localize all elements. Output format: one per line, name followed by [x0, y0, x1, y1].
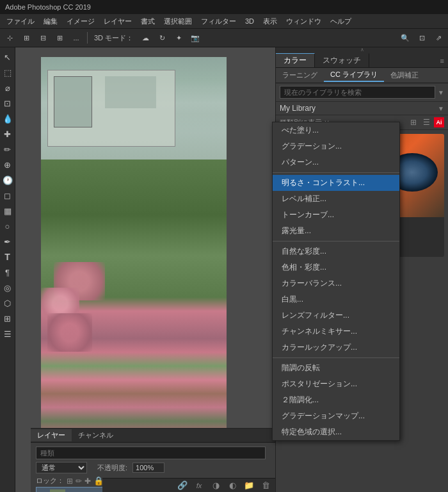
menu-image[interactable]: イメージ [63, 15, 99, 28]
toolbar-more-icon[interactable]: ... [69, 31, 83, 45]
list-view-icon[interactable]: ☰ [421, 117, 431, 127]
status-adjustment-icon[interactable]: ◐ [227, 480, 238, 491]
ctx-hue-saturation[interactable]: 色相・彩度... [273, 259, 399, 275]
toolbar-align-icon[interactable]: ⊞ [19, 31, 33, 45]
ctx-threshold[interactable]: ２階調化... [273, 392, 399, 408]
sub-tab-color-correction[interactable]: 色調補正 [384, 69, 425, 81]
tool-select[interactable]: ⬚ [1, 65, 15, 79]
tool-heal[interactable]: ✚ [1, 127, 15, 141]
search-row: 🔍 [36, 445, 275, 461]
toolbar-move-icon[interactable]: ⊹ [3, 31, 17, 45]
tool-eyedropper[interactable]: 💧 [1, 111, 15, 126]
menu-select[interactable]: 選択範囲 [160, 15, 196, 28]
menu-format[interactable]: 書式 [137, 15, 159, 28]
ctx-pattern[interactable]: パターン... [273, 154, 399, 170]
layer-thumbnail [50, 489, 65, 492]
grid-view-icon[interactable]: ⊞ [408, 117, 419, 127]
ctx-curves[interactable]: トーンカーブ... [273, 207, 399, 223]
toolbar-transform-icon[interactable]: ✦ [172, 31, 186, 45]
panel-more-button[interactable]: ≡ [436, 54, 448, 67]
lock-pos-icon[interactable]: ✏ [76, 477, 82, 486]
ctx-flat-color[interactable]: べた塗り... [273, 122, 399, 138]
sub-tab-cc-library[interactable]: CC ライブラリ [324, 69, 384, 82]
tool-shape[interactable]: ◎ [1, 281, 15, 295]
sub-tabs: ラーニング CC ライブラリ 色調補正 [276, 68, 448, 83]
tool-dodge[interactable]: ○ [1, 219, 15, 233]
menu-window[interactable]: ウィンドウ [282, 15, 325, 28]
opacity-input[interactable] [132, 463, 164, 473]
toolbar-share-icon[interactable]: ⇗ [431, 31, 445, 45]
image-container [41, 57, 227, 435]
toolbar-search-icon[interactable]: 🔍 [398, 31, 412, 45]
sub-tab-learning[interactable]: ラーニング [276, 69, 324, 81]
status-link-icon[interactable]: 🔗 [177, 480, 188, 491]
library-name-row: My Library ▼ [276, 102, 448, 115]
library-search-row: ▼ [276, 83, 448, 102]
app-title: Adobe Photoshop CC 2019 [5, 3, 91, 11]
menu-help[interactable]: ヘルプ [326, 15, 355, 28]
ctx-gradient[interactable]: グラデーション... [273, 138, 399, 154]
ctx-exposure[interactable]: 露光量... [273, 223, 399, 239]
ctx-photo-filter[interactable]: レンズフィルター... [273, 308, 399, 324]
menu-filter[interactable]: フィルター [197, 15, 240, 28]
lock-label: ロック： [36, 476, 64, 486]
tool-path[interactable]: ¶ [1, 265, 15, 279]
tool-measure[interactable]: ⊞ [1, 311, 15, 325]
menu-layer[interactable]: レイヤー [100, 15, 136, 28]
ctx-selective-color[interactable]: 特定色域の選択... [273, 424, 399, 440]
ctx-sep1 [273, 172, 399, 173]
toolbar-camera-icon[interactable]: 📷 [188, 31, 202, 45]
blend-mode-select[interactable]: 通常 [36, 462, 87, 473]
canvas-area[interactable]: レイヤー チャンネル 🔍 通常 不透明度: [15, 47, 275, 492]
ctx-color-lookup[interactable]: カラールックアップ... [273, 340, 399, 356]
tool-pen[interactable]: ✒ [1, 234, 15, 249]
tab-swatches[interactable]: スウォッチ [315, 53, 369, 67]
toolbar-distribute-icon[interactable]: ⊟ [36, 31, 50, 45]
ctx-invert[interactable]: 階調の反転 [273, 360, 399, 376]
status-mask-icon[interactable]: ◑ [210, 480, 221, 491]
layer-search-input[interactable] [36, 447, 266, 459]
toolbar-rotate-icon[interactable]: ↻ [155, 31, 169, 45]
ctx-black-white[interactable]: 白黒... [273, 291, 399, 308]
menu-edit[interactable]: 編集 [40, 15, 61, 28]
tool-gradient[interactable]: ▦ [1, 204, 15, 218]
ctx-color-balance[interactable]: カラーバランス... [273, 275, 399, 291]
toolbar-workspace-icon[interactable]: ⊡ [415, 31, 429, 45]
library-name-label: My Library [280, 104, 438, 113]
tool-note[interactable]: ☰ [1, 327, 15, 341]
tab-layers[interactable]: レイヤー [31, 429, 72, 441]
ctx-gradient-map[interactable]: グラデーションマップ... [273, 408, 399, 424]
tab-color[interactable]: カラー [276, 53, 315, 67]
lock-art-icon[interactable]: ✚ [84, 477, 91, 486]
ctx-vibrance[interactable]: 自然な彩度... [273, 243, 399, 259]
tool-crop[interactable]: ⊡ [1, 96, 15, 110]
status-folder-icon[interactable]: 📁 [243, 480, 255, 491]
tool-3d[interactable]: ⬡ [1, 296, 15, 310]
status-trash-icon[interactable]: 🗑 [260, 480, 271, 491]
tool-text[interactable]: T [1, 250, 15, 264]
status-bar: 🔗 fx ◑ ◐ 📁 🗑 [102, 478, 275, 492]
canvas-image [41, 57, 227, 435]
ctx-brightness-contrast[interactable]: 明るさ・コントラスト... [273, 175, 399, 191]
menu-view[interactable]: 表示 [259, 15, 281, 28]
menu-file[interactable]: ファイル [3, 15, 38, 28]
tab-channels[interactable]: チャンネル [72, 429, 120, 441]
search-dropdown-arrow[interactable]: ▼ [438, 89, 444, 96]
ctx-posterize[interactable]: ポスタリゼーション... [273, 376, 399, 392]
ctx-levels[interactable]: レベル補正... [273, 191, 399, 207]
tool-clone[interactable]: ⊕ [1, 158, 15, 172]
status-fx-icon[interactable]: fx [193, 480, 205, 491]
tool-eraser[interactable]: ◻ [1, 188, 15, 202]
tool-brush[interactable]: ✏ [1, 142, 15, 156]
tool-history[interactable]: 🕐 [1, 173, 15, 187]
lock-pixel-icon[interactable]: ⊞ [67, 477, 73, 486]
tool-lasso[interactable]: ⌀ [1, 81, 15, 95]
toolbar-grid-icon[interactable]: ⊞ [52, 31, 67, 45]
tool-move[interactable]: ↖ [1, 50, 15, 64]
toolbar-cloud-icon[interactable]: ☁ [138, 31, 152, 45]
adobe-logo-icon[interactable]: Ai [434, 117, 444, 127]
library-dropdown-arrow[interactable]: ▼ [438, 105, 444, 112]
library-search-input[interactable] [280, 86, 435, 99]
ctx-channel-mixer[interactable]: チャンネルミキサー... [273, 324, 399, 340]
menu-3d[interactable]: 3D [241, 16, 258, 26]
